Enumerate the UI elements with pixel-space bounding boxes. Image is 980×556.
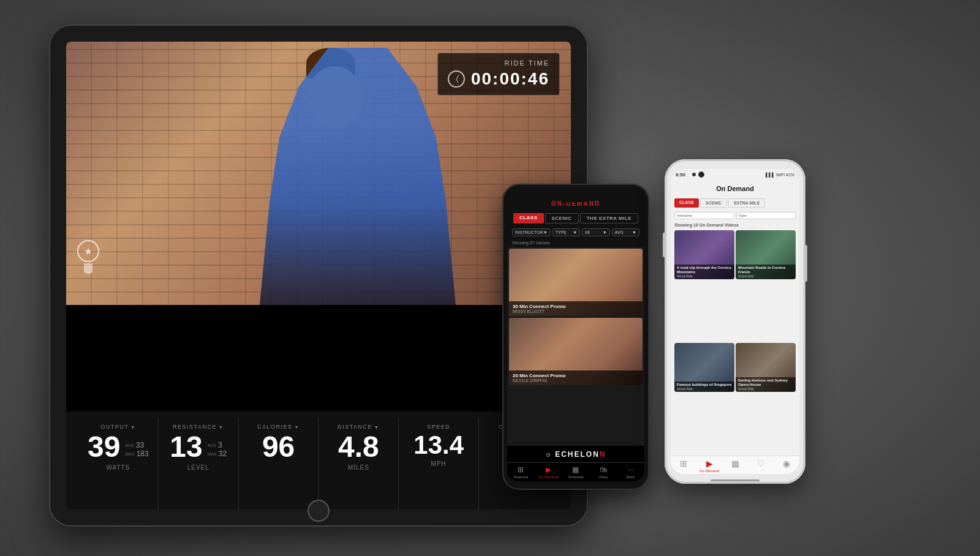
iphone-video-title-4: Darling Harbour and Sydney Opera House: [738, 378, 793, 387]
iphone-video-3[interactable]: Famous buildings of Singapore Virtual Ri…: [674, 343, 734, 392]
iphone-nav-on-demand[interactable]: ▶ On Demand: [696, 459, 722, 473]
android-filter-type[interactable]: TYPE▼: [552, 228, 580, 236]
iphone-video-grid: A road trip through the Corsica Mountain…: [671, 229, 799, 456]
iphone-video-2[interactable]: Mountain Roads in Corsica France Virtual…: [736, 230, 796, 279]
medal-ribbon: [84, 263, 92, 274]
output-avg-max: AVG 33 MAX 183: [126, 441, 149, 458]
distance-chevron[interactable]: ▼: [374, 425, 379, 429]
android-class-title-2: 20 Min Connect Promo: [513, 373, 639, 378]
iphone-nav-heart[interactable]: ♡: [748, 459, 774, 473]
iphone-filter-instructor[interactable]: Instructor: [674, 212, 734, 219]
iphone-device: 8:50 ▌▌▌ WiFi 41% On Demand CLASS SCENIC…: [665, 159, 805, 484]
android-tab-scenic[interactable]: SCENIC: [545, 213, 579, 224]
android-bottom-nav: ⊞ Featured ▶ On Demand ▦ Schedule 🛍 Shop: [507, 462, 644, 481]
android-nav-schedule[interactable]: ▦ Schedule: [562, 465, 590, 479]
stats-bar: OUTPUT ▼ 39 AVG 33 MAX: [66, 411, 571, 509]
medal-circle: ★: [77, 240, 99, 262]
resistance-avg-max: AVG 3 MAX 32: [208, 441, 227, 458]
iphone-tabs: CLASS SCENIC EXTRA MILE: [671, 196, 799, 210]
calories-value: 96: [262, 432, 295, 462]
iphone-video-title-2: Mountain Roads in Corsica France: [738, 266, 793, 274]
tablet-home-button[interactable]: [307, 500, 330, 522]
grid-icon: ⊞: [680, 459, 687, 468]
signal-icon: ▌▌▌: [766, 173, 775, 177]
wifi-icon: WiFi: [776, 173, 785, 177]
android-class-item-2[interactable]: 20 Min Connect Promo NICOLE GRIFFIN: [509, 318, 643, 385]
android-tabs: CLASS SCENIC THE EXTRA MILE: [507, 211, 644, 226]
distance-value: 4.8: [338, 432, 379, 462]
iphone-status-bar: 8:50 ▌▌▌ WiFi 41%: [671, 169, 799, 180]
android-nav-featured[interactable]: ⊞ Featured: [507, 465, 535, 479]
iphone-home-indicator[interactable]: [710, 479, 760, 481]
android-echelon-logo: ⊙ ECHELONN: [507, 446, 644, 462]
iphone-shell: 8:50 ▌▌▌ WiFi 41% On Demand CLASS SCENIC…: [665, 159, 805, 484]
android-phone-device: ON-DEMAND CLASS SCENIC THE EXTRA MILE IN…: [502, 184, 649, 490]
stat-speed: SPEED 13.4 MPH: [399, 419, 479, 509]
iphone-screen: 8:50 ▌▌▌ WiFi 41% On Demand CLASS SCENIC…: [671, 169, 799, 474]
android-class-title-1: 30 Min Connect Promo: [513, 304, 639, 309]
android-showing-count: Showing 37 classes: [507, 239, 644, 247]
calories-chevron[interactable]: ▼: [295, 425, 300, 429]
more-icon: ···: [628, 465, 634, 474]
iphone-time: 8:50: [676, 172, 685, 178]
iphone-nav-circle[interactable]: ◉: [774, 459, 799, 473]
android-nav-shop[interactable]: 🛍 Shop: [589, 465, 617, 479]
iphone-video-type-2: Virtual Ride: [738, 274, 793, 278]
iphone-caption-4: Darling Harbour and Sydney Opera House V…: [736, 377, 796, 392]
resistance-max: 32: [219, 449, 227, 458]
iphone-caption-1: A road trip through the Corsica Mountain…: [674, 265, 734, 279]
iphone-bottom-nav: ⊞ ▶ On Demand ▦ ♡ ◉: [671, 456, 799, 474]
iphone-tab-scenic[interactable]: SCENIC: [700, 198, 727, 208]
android-class-item-1[interactable]: 30 Min Connect Promo MISSY ELLIOTT: [509, 249, 643, 316]
iphone-tab-class[interactable]: CLASS: [674, 198, 699, 208]
android-tab-class[interactable]: CLASS: [513, 213, 544, 224]
distance-unit: MILES: [348, 464, 369, 471]
iphone-status-right: ▌▌▌ WiFi 41%: [766, 173, 794, 177]
output-chevron[interactable]: ▼: [130, 425, 135, 429]
android-filter-mi[interactable]: MI▼: [582, 228, 609, 236]
schedule-icon: ▦: [572, 465, 579, 474]
iphone-power-button[interactable]: [805, 245, 807, 282]
iphone-video-type-4: Virtual Ride: [738, 387, 793, 391]
android-class-instructor-2: NICOLE GRIFFIN: [513, 378, 639, 383]
iphone-caption-3: Famous buildings of Singapore Virtual Ri…: [674, 381, 734, 392]
iphone-video-title-1: A road trip through the Corsica Mountain…: [677, 266, 732, 274]
android-filters: INSTRUCTOR▼ TYPE▼ MI▼ AVG▼: [507, 226, 644, 239]
featured-icon: ⊞: [518, 465, 524, 474]
output-unit: WATTS: [106, 464, 130, 471]
speed-label: SPEED: [427, 424, 450, 430]
iphone-filter-type[interactable]: Type: [736, 212, 796, 219]
stat-distance: DISTANCE ▼ 4.8 MILES: [318, 419, 399, 509]
shop-icon: 🛍: [600, 465, 607, 474]
output-avg: 33: [136, 441, 144, 449]
iphone-tab-extra-mile[interactable]: EXTRA MILE: [728, 198, 765, 208]
stat-resistance: RESISTANCE ▼ 13 AVG 3 MAX: [159, 419, 239, 509]
resistance-value: 13: [170, 432, 202, 462]
iphone-volume-button[interactable]: [663, 233, 665, 257]
on-demand-icon: ▶: [546, 465, 551, 474]
iphone-app-header: On Demand: [671, 180, 799, 196]
iphone-video-1[interactable]: A road trip through the Corsica Mountain…: [674, 230, 734, 279]
play-icon: ▶: [706, 459, 713, 468]
android-shell: ON-DEMAND CLASS SCENIC THE EXTRA MILE IN…: [502, 184, 649, 490]
android-notch: [560, 192, 591, 202]
battery-indicator: 41%: [786, 173, 794, 177]
resistance-chevron[interactable]: ▼: [219, 425, 224, 429]
iphone-nav-grid[interactable]: ⊞: [671, 459, 696, 473]
android-filter-avg[interactable]: AVG▼: [612, 228, 639, 236]
heart-nav-icon: ♡: [757, 459, 765, 468]
iphone-nav-calendar[interactable]: ▦: [722, 459, 748, 473]
iphone-app: 8:50 ▌▌▌ WiFi 41% On Demand CLASS SCENIC…: [671, 169, 799, 474]
android-tab-extra-mile[interactable]: THE EXTRA MILE: [580, 213, 638, 224]
iphone-video-4[interactable]: Darling Harbour and Sydney Opera House V…: [736, 343, 796, 392]
iphone-video-type-3: Virtual Ride: [677, 387, 732, 391]
output-value: 39: [88, 432, 120, 462]
android-class-list: 30 Min Connect Promo MISSY ELLIOTT 20 Mi…: [507, 247, 644, 446]
distance-label: DISTANCE ▼: [337, 424, 379, 430]
android-nav-on-demand[interactable]: ▶ On Demand: [535, 465, 562, 479]
iphone-caption-2: Mountain Roads in Corsica France Virtual…: [736, 265, 796, 279]
android-nav-more[interactable]: ··· More: [617, 465, 644, 479]
resistance-unit: LEVEL: [187, 464, 209, 471]
medal-icon: ★: [77, 240, 99, 274]
android-filter-instructor[interactable]: INSTRUCTOR▼: [512, 228, 551, 236]
